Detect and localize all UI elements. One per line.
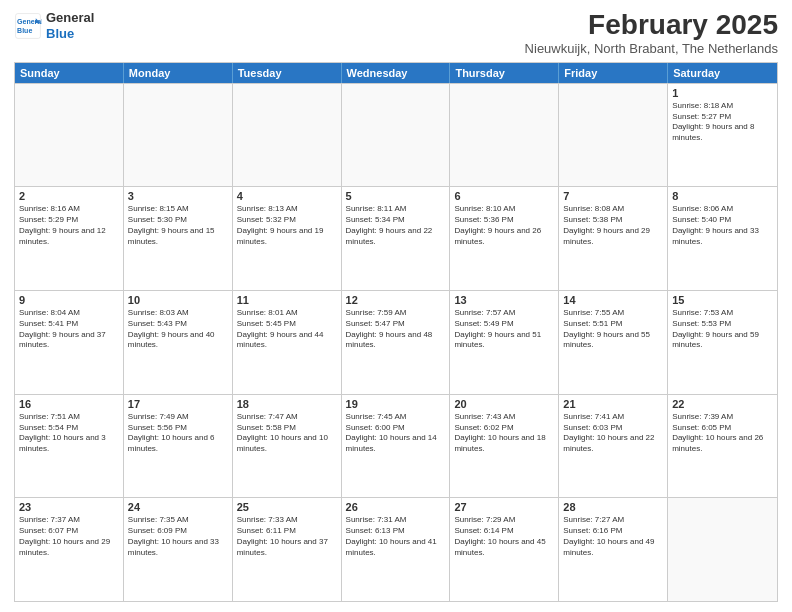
- day-number: 28: [563, 501, 663, 513]
- day-info: Sunrise: 8:10 AM Sunset: 5:36 PM Dayligh…: [454, 204, 554, 247]
- day-number: 11: [237, 294, 337, 306]
- day-info: Sunrise: 7:29 AM Sunset: 6:14 PM Dayligh…: [454, 515, 554, 558]
- cal-cell-1-4: 6Sunrise: 8:10 AM Sunset: 5:36 PM Daylig…: [450, 187, 559, 290]
- header-day-sunday: Sunday: [15, 63, 124, 83]
- day-number: 12: [346, 294, 446, 306]
- cal-cell-1-1: 3Sunrise: 8:15 AM Sunset: 5:30 PM Daylig…: [124, 187, 233, 290]
- cal-cell-1-6: 8Sunrise: 8:06 AM Sunset: 5:40 PM Daylig…: [668, 187, 777, 290]
- day-info: Sunrise: 8:08 AM Sunset: 5:38 PM Dayligh…: [563, 204, 663, 247]
- cal-cell-4-6: [668, 498, 777, 601]
- cal-cell-4-4: 27Sunrise: 7:29 AM Sunset: 6:14 PM Dayli…: [450, 498, 559, 601]
- day-number: 19: [346, 398, 446, 410]
- cal-cell-4-0: 23Sunrise: 7:37 AM Sunset: 6:07 PM Dayli…: [15, 498, 124, 601]
- logo-text-general: General: [46, 10, 94, 26]
- cal-cell-0-6: 1Sunrise: 8:18 AM Sunset: 5:27 PM Daylig…: [668, 84, 777, 187]
- day-info: Sunrise: 7:59 AM Sunset: 5:47 PM Dayligh…: [346, 308, 446, 351]
- page-container: General Blue General Blue February 2025 …: [0, 0, 792, 612]
- calendar-row-3: 16Sunrise: 7:51 AM Sunset: 5:54 PM Dayli…: [15, 394, 777, 498]
- cal-cell-2-2: 11Sunrise: 8:01 AM Sunset: 5:45 PM Dayli…: [233, 291, 342, 394]
- day-number: 6: [454, 190, 554, 202]
- logo-icon: General Blue: [14, 12, 42, 40]
- day-info: Sunrise: 7:41 AM Sunset: 6:03 PM Dayligh…: [563, 412, 663, 455]
- day-number: 25: [237, 501, 337, 513]
- cal-cell-1-0: 2Sunrise: 8:16 AM Sunset: 5:29 PM Daylig…: [15, 187, 124, 290]
- day-number: 15: [672, 294, 773, 306]
- calendar-body: 1Sunrise: 8:18 AM Sunset: 5:27 PM Daylig…: [15, 83, 777, 601]
- cal-cell-3-1: 17Sunrise: 7:49 AM Sunset: 5:56 PM Dayli…: [124, 395, 233, 498]
- day-number: 20: [454, 398, 554, 410]
- cal-cell-2-3: 12Sunrise: 7:59 AM Sunset: 5:47 PM Dayli…: [342, 291, 451, 394]
- title-block: February 2025 Nieuwkuijk, North Brabant,…: [525, 10, 778, 56]
- svg-text:Blue: Blue: [17, 27, 32, 34]
- calendar-row-2: 9Sunrise: 8:04 AM Sunset: 5:41 PM Daylig…: [15, 290, 777, 394]
- day-info: Sunrise: 7:51 AM Sunset: 5:54 PM Dayligh…: [19, 412, 119, 455]
- cal-cell-0-1: [124, 84, 233, 187]
- header-day-friday: Friday: [559, 63, 668, 83]
- cal-cell-2-0: 9Sunrise: 8:04 AM Sunset: 5:41 PM Daylig…: [15, 291, 124, 394]
- logo-text-blue: Blue: [46, 26, 94, 42]
- cal-cell-3-4: 20Sunrise: 7:43 AM Sunset: 6:02 PM Dayli…: [450, 395, 559, 498]
- cal-cell-4-5: 28Sunrise: 7:27 AM Sunset: 6:16 PM Dayli…: [559, 498, 668, 601]
- day-info: Sunrise: 7:47 AM Sunset: 5:58 PM Dayligh…: [237, 412, 337, 455]
- day-info: Sunrise: 7:33 AM Sunset: 6:11 PM Dayligh…: [237, 515, 337, 558]
- cal-cell-2-5: 14Sunrise: 7:55 AM Sunset: 5:51 PM Dayli…: [559, 291, 668, 394]
- location-subtitle: Nieuwkuijk, North Brabant, The Netherlan…: [525, 41, 778, 56]
- day-number: 3: [128, 190, 228, 202]
- day-info: Sunrise: 7:53 AM Sunset: 5:53 PM Dayligh…: [672, 308, 773, 351]
- day-number: 21: [563, 398, 663, 410]
- calendar: SundayMondayTuesdayWednesdayThursdayFrid…: [14, 62, 778, 602]
- day-info: Sunrise: 7:27 AM Sunset: 6:16 PM Dayligh…: [563, 515, 663, 558]
- day-number: 1: [672, 87, 773, 99]
- cal-cell-4-1: 24Sunrise: 7:35 AM Sunset: 6:09 PM Dayli…: [124, 498, 233, 601]
- cal-cell-3-6: 22Sunrise: 7:39 AM Sunset: 6:05 PM Dayli…: [668, 395, 777, 498]
- day-info: Sunrise: 7:37 AM Sunset: 6:07 PM Dayligh…: [19, 515, 119, 558]
- header-day-wednesday: Wednesday: [342, 63, 451, 83]
- day-number: 8: [672, 190, 773, 202]
- day-info: Sunrise: 7:49 AM Sunset: 5:56 PM Dayligh…: [128, 412, 228, 455]
- cal-cell-0-4: [450, 84, 559, 187]
- cal-cell-2-6: 15Sunrise: 7:53 AM Sunset: 5:53 PM Dayli…: [668, 291, 777, 394]
- day-number: 14: [563, 294, 663, 306]
- day-info: Sunrise: 8:16 AM Sunset: 5:29 PM Dayligh…: [19, 204, 119, 247]
- day-info: Sunrise: 7:31 AM Sunset: 6:13 PM Dayligh…: [346, 515, 446, 558]
- cal-cell-1-3: 5Sunrise: 8:11 AM Sunset: 5:34 PM Daylig…: [342, 187, 451, 290]
- day-number: 27: [454, 501, 554, 513]
- day-info: Sunrise: 7:57 AM Sunset: 5:49 PM Dayligh…: [454, 308, 554, 351]
- day-number: 22: [672, 398, 773, 410]
- day-number: 16: [19, 398, 119, 410]
- day-number: 24: [128, 501, 228, 513]
- header-day-tuesday: Tuesday: [233, 63, 342, 83]
- cal-cell-3-3: 19Sunrise: 7:45 AM Sunset: 6:00 PM Dayli…: [342, 395, 451, 498]
- day-info: Sunrise: 7:45 AM Sunset: 6:00 PM Dayligh…: [346, 412, 446, 455]
- header: General Blue General Blue February 2025 …: [14, 10, 778, 56]
- cal-cell-0-2: [233, 84, 342, 187]
- day-info: Sunrise: 7:55 AM Sunset: 5:51 PM Dayligh…: [563, 308, 663, 351]
- day-number: 26: [346, 501, 446, 513]
- day-info: Sunrise: 8:04 AM Sunset: 5:41 PM Dayligh…: [19, 308, 119, 351]
- cal-cell-3-5: 21Sunrise: 7:41 AM Sunset: 6:03 PM Dayli…: [559, 395, 668, 498]
- day-number: 9: [19, 294, 119, 306]
- day-info: Sunrise: 8:11 AM Sunset: 5:34 PM Dayligh…: [346, 204, 446, 247]
- day-number: 4: [237, 190, 337, 202]
- calendar-row-0: 1Sunrise: 8:18 AM Sunset: 5:27 PM Daylig…: [15, 83, 777, 187]
- day-info: Sunrise: 7:43 AM Sunset: 6:02 PM Dayligh…: [454, 412, 554, 455]
- logo: General Blue General Blue: [14, 10, 94, 41]
- day-info: Sunrise: 8:03 AM Sunset: 5:43 PM Dayligh…: [128, 308, 228, 351]
- day-info: Sunrise: 8:01 AM Sunset: 5:45 PM Dayligh…: [237, 308, 337, 351]
- header-day-thursday: Thursday: [450, 63, 559, 83]
- day-info: Sunrise: 8:15 AM Sunset: 5:30 PM Dayligh…: [128, 204, 228, 247]
- header-day-monday: Monday: [124, 63, 233, 83]
- day-number: 10: [128, 294, 228, 306]
- cal-cell-1-2: 4Sunrise: 8:13 AM Sunset: 5:32 PM Daylig…: [233, 187, 342, 290]
- cal-cell-1-5: 7Sunrise: 8:08 AM Sunset: 5:38 PM Daylig…: [559, 187, 668, 290]
- day-number: 23: [19, 501, 119, 513]
- day-number: 7: [563, 190, 663, 202]
- cal-cell-0-5: [559, 84, 668, 187]
- month-title: February 2025: [525, 10, 778, 41]
- day-info: Sunrise: 7:39 AM Sunset: 6:05 PM Dayligh…: [672, 412, 773, 455]
- day-info: Sunrise: 8:18 AM Sunset: 5:27 PM Dayligh…: [672, 101, 773, 144]
- cal-cell-2-4: 13Sunrise: 7:57 AM Sunset: 5:49 PM Dayli…: [450, 291, 559, 394]
- cal-cell-4-3: 26Sunrise: 7:31 AM Sunset: 6:13 PM Dayli…: [342, 498, 451, 601]
- day-info: Sunrise: 7:35 AM Sunset: 6:09 PM Dayligh…: [128, 515, 228, 558]
- day-number: 17: [128, 398, 228, 410]
